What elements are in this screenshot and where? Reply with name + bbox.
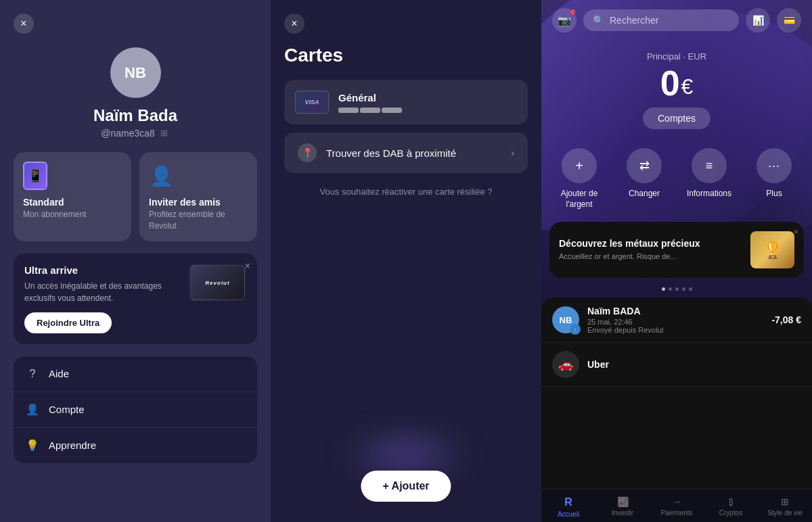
dot-5 bbox=[689, 287, 692, 291]
card-row-name: Général bbox=[338, 92, 517, 103]
balance-amount: 0 € bbox=[660, 66, 694, 101]
nav-accueil[interactable]: R Accueil bbox=[541, 490, 595, 522]
ultra-banner: × Ultra arrive Un accès inégalable et de… bbox=[14, 254, 257, 344]
phone-icon: 📱 bbox=[23, 162, 47, 190]
ultra-title: Ultra arrive bbox=[24, 264, 181, 276]
add-card-button[interactable]: + Ajouter bbox=[361, 471, 451, 502]
cartes-panel: × Cartes VISA Général 📍 Trouver des DAB … bbox=[271, 0, 541, 522]
cryptos-nav-label: Cryptos bbox=[719, 509, 742, 517]
change-icon: ⇄ bbox=[627, 148, 662, 183]
account-icon: 👤 bbox=[26, 403, 39, 417]
home-header: 📷 🔍 Rechercher 📊 💳 bbox=[541, 0, 812, 41]
transaction-uber[interactable]: 🚗 Uber bbox=[541, 343, 812, 387]
reactivate-text: Vous souhaitez réactiver une carte résil… bbox=[284, 187, 528, 197]
tx-date-naim: 25 mai, 22:46 bbox=[587, 318, 763, 326]
aide-label: Aide bbox=[49, 368, 69, 379]
add-money-label: Ajouter de l'argent bbox=[552, 189, 606, 210]
menu-item-aide[interactable]: ? Aide bbox=[14, 356, 257, 392]
chart-button[interactable]: 📊 bbox=[746, 8, 770, 32]
account-label: Principal · EUR bbox=[647, 51, 706, 62]
card-number-mask bbox=[338, 108, 517, 113]
transactions-list: NB ↑ Naïm BADA 25 mai, 22:46 Envoyé depu… bbox=[541, 298, 812, 489]
profile-panel: × NB Naïm Bada @name3ca8 ⊞ 📱 Standard Mo… bbox=[0, 0, 271, 522]
location-icon: 📍 bbox=[298, 143, 317, 162]
home-nav-icon: R bbox=[564, 496, 572, 508]
card-icon: 💳 bbox=[784, 15, 795, 26]
promo-banner: × Découvrez les métaux précieux Accueill… bbox=[549, 222, 804, 278]
card-nav-button[interactable]: 💳 bbox=[777, 8, 801, 32]
balance-value: 0 bbox=[660, 66, 680, 101]
transaction-naim[interactable]: NB ↑ Naïm BADA 25 mai, 22:46 Envoyé depu… bbox=[541, 298, 812, 343]
chevron-right-icon: › bbox=[511, 147, 514, 158]
promo-image: 🏆 bbox=[750, 231, 794, 268]
home-panel: 📷 🔍 Rechercher 📊 💳 Principal · EUR 0 € C… bbox=[541, 0, 812, 522]
dot-1 bbox=[662, 287, 665, 291]
more-label: Plus bbox=[766, 189, 782, 199]
help-icon: ? bbox=[26, 367, 39, 381]
tx-avatar-badge: ↑ bbox=[570, 324, 581, 335]
search-icon: 🔍 bbox=[593, 15, 604, 26]
avatar: NB bbox=[110, 47, 161, 98]
style-nav-icon: ⊞ bbox=[781, 496, 789, 507]
tx-name-naim: Naïm BADA bbox=[587, 306, 763, 316]
subscription-cards: 📱 Standard Mon abonnement 👤 Inviter des … bbox=[14, 152, 257, 241]
balance-section: Principal · EUR 0 € Comptes bbox=[541, 41, 812, 135]
nav-investir[interactable]: 📈 Investir bbox=[595, 490, 650, 522]
currency-symbol: € bbox=[681, 76, 694, 97]
invite-label: Inviter des amis bbox=[149, 197, 248, 208]
paiements-nav-label: Paiements bbox=[660, 509, 692, 517]
user-name: Naïm Bada bbox=[14, 106, 257, 125]
promo-close-icon[interactable]: × bbox=[794, 227, 798, 237]
investir-nav-icon: 📈 bbox=[617, 496, 629, 507]
ultra-description: Un accès inégalable et des avantages exc… bbox=[24, 280, 181, 304]
change-action[interactable]: ⇄ Changer bbox=[617, 148, 671, 210]
ultra-card-image: Revolut bbox=[189, 264, 246, 302]
nav-style[interactable]: ⊞ Style de vie bbox=[758, 490, 812, 522]
dab-locator[interactable]: 📍 Trouver des DAB à proximité › bbox=[284, 133, 528, 173]
menu-item-apprendre[interactable]: 💡 Apprendre bbox=[14, 428, 257, 463]
revolut-card-logo: Revolut bbox=[205, 280, 229, 286]
chart-icon: 📊 bbox=[752, 15, 764, 26]
tx-avatar-naim: NB ↑ bbox=[552, 306, 579, 333]
dot-4 bbox=[682, 287, 685, 291]
standard-sublabel: Mon abonnement bbox=[23, 209, 122, 220]
informations-action[interactable]: ≡ Informations bbox=[682, 148, 736, 210]
search-bar[interactable]: 🔍 Rechercher bbox=[583, 9, 739, 31]
change-label: Changer bbox=[629, 189, 660, 199]
invite-sublabel: Profitez ensemble de Revolut bbox=[149, 209, 248, 232]
qr-icon: ⊞ bbox=[159, 128, 170, 139]
tx-name-uber: Uber bbox=[587, 359, 801, 370]
informations-icon: ≡ bbox=[692, 148, 727, 183]
camera-button[interactable]: 📷 bbox=[552, 8, 577, 32]
invite-card[interactable]: 👤 Inviter des amis Profitez ensemble de … bbox=[139, 152, 257, 241]
action-buttons: + Ajouter de l'argent ⇄ Changer ≡ Inform… bbox=[541, 135, 812, 216]
add-money-icon: + bbox=[562, 148, 597, 183]
menu-section: ? Aide 👤 Compte 💡 Apprendre bbox=[14, 356, 257, 463]
add-money-action[interactable]: + Ajouter de l'argent bbox=[552, 148, 606, 210]
more-icon: ··· bbox=[757, 148, 792, 183]
notification-dot bbox=[570, 9, 575, 14]
join-ultra-button[interactable]: Rejoindre Ultra bbox=[24, 312, 112, 333]
menu-item-compte[interactable]: 👤 Compte bbox=[14, 392, 257, 428]
close-button[interactable]: × bbox=[14, 14, 34, 34]
general-card-item[interactable]: VISA Général bbox=[284, 80, 528, 124]
apprendre-label: Apprendre bbox=[49, 440, 96, 451]
comptes-button[interactable]: Comptes bbox=[643, 108, 710, 129]
cartes-close-button[interactable]: × bbox=[284, 14, 304, 34]
nav-cryptos[interactable]: ₿ Cryptos bbox=[704, 490, 758, 522]
promo-title: Découvrez les métaux précieux bbox=[559, 238, 744, 249]
tx-desc-naim: Envoyé depuis Revolut bbox=[587, 326, 763, 334]
search-placeholder: Rechercher bbox=[610, 15, 658, 26]
dot-2 bbox=[669, 287, 672, 291]
camera-icon: 📷 bbox=[558, 14, 571, 27]
standard-card[interactable]: 📱 Standard Mon abonnement bbox=[14, 152, 131, 241]
more-action[interactable]: ··· Plus bbox=[747, 148, 801, 210]
nav-paiements[interactable]: → Paiements bbox=[650, 490, 704, 522]
dab-label: Trouver des DAB à proximité bbox=[326, 147, 501, 159]
visa-card-icon: VISA bbox=[295, 91, 329, 114]
cryptos-nav-icon: ₿ bbox=[729, 496, 734, 507]
paiements-nav-icon: → bbox=[672, 496, 681, 507]
tx-avatar-uber: 🚗 bbox=[552, 351, 579, 378]
bottom-navigation: R Accueil 📈 Investir → Paiements ₿ Crypt… bbox=[541, 489, 812, 522]
learn-icon: 💡 bbox=[26, 439, 39, 452]
